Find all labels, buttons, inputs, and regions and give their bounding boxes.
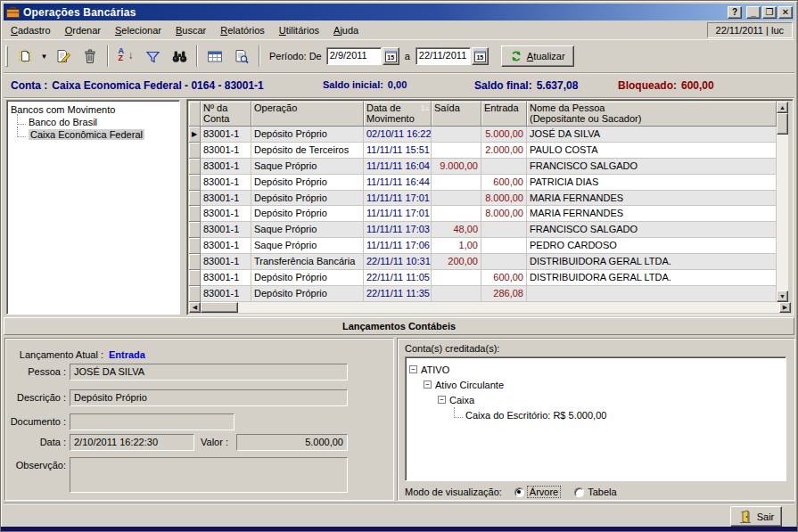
cell-operacao[interactable]: Depósito Próprio xyxy=(251,206,364,222)
cell-saida[interactable] xyxy=(432,206,481,222)
toolbar-gripper[interactable] xyxy=(5,45,8,67)
cell-nome[interactable]: JOSÉ DA SILVA xyxy=(527,127,777,143)
row-selector[interactable] xyxy=(189,270,201,286)
scroll-left-button[interactable]: ◀ xyxy=(189,302,201,313)
cell-conta[interactable]: 83001-1 xyxy=(201,127,251,143)
radio-arvore[interactable] xyxy=(514,487,524,497)
date-to-calendar-button[interactable]: 15 xyxy=(472,47,489,65)
table-row[interactable]: 83001-1Depósito Próprio22/11/11 11:05600… xyxy=(189,270,777,286)
cell-nome[interactable]: FRANCISCO SALGADO xyxy=(527,159,777,175)
cell-saida[interactable] xyxy=(432,127,481,143)
cell-operacao[interactable]: Transferência Bancária xyxy=(251,254,364,270)
cell-entrada[interactable]: 600,00 xyxy=(481,175,527,191)
cell-operacao[interactable]: Depósito Próprio xyxy=(251,286,364,302)
menu-item-relatorios[interactable]: Relatórios xyxy=(213,22,272,38)
date-from-calendar-button[interactable]: 15 xyxy=(383,47,399,65)
row-selector[interactable] xyxy=(189,143,201,159)
collapse-icon[interactable]: − xyxy=(409,365,417,373)
menu-item-ordenar[interactable]: Ordenar xyxy=(58,22,108,38)
col-header-entrada[interactable]: Entrada xyxy=(481,102,527,127)
row-selector[interactable]: ▶ xyxy=(189,127,201,143)
cell-entrada[interactable]: 286,08 xyxy=(481,286,527,302)
close-button[interactable]: ✕ xyxy=(778,6,793,19)
credit-tree-item[interactable]: −Caixa xyxy=(438,392,782,407)
table-row[interactable]: 83001-1Saque Próprio11/11/11 17:061,00PE… xyxy=(189,238,777,254)
minimize-button[interactable]: _ xyxy=(746,6,761,19)
cell-operacao[interactable]: Saque Próprio xyxy=(251,238,364,254)
cell-entrada[interactable] xyxy=(481,222,527,238)
cell-operacao[interactable]: Depósito de Terceiros xyxy=(251,143,364,159)
menu-item-utilitarios[interactable]: Utilitários xyxy=(272,22,326,38)
cell-operacao[interactable]: Depósito Próprio xyxy=(251,175,364,191)
data-field[interactable]: 2/10/2011 16:22:30 xyxy=(70,434,194,451)
scroll-right-button[interactable]: ▶ xyxy=(779,302,791,313)
observacao-field[interactable] xyxy=(70,457,348,493)
cell-entrada[interactable]: 600,00 xyxy=(481,270,527,286)
cell-data[interactable]: 22/11/11 11:35 xyxy=(364,286,432,302)
cell-nome[interactable]: DISTRIBUIDORA GERAL LTDA. xyxy=(527,254,777,270)
row-selector[interactable] xyxy=(189,254,201,270)
date-to-input[interactable]: 22/11/2011 xyxy=(415,47,471,65)
radio-tabela[interactable] xyxy=(574,487,584,497)
pessoa-field[interactable]: JOSÉ DA SILVA xyxy=(70,364,348,381)
vertical-scroll-thumb[interactable] xyxy=(777,113,788,135)
row-selector[interactable] xyxy=(189,238,201,254)
date-from-input[interactable]: 2/9/2011 xyxy=(326,47,382,65)
cell-entrada[interactable]: 5.000,00 xyxy=(481,127,527,143)
cell-entrada[interactable]: 8.000,00 xyxy=(481,206,527,222)
atualizar-button[interactable]: Atualizar xyxy=(501,45,574,67)
scroll-up-button[interactable]: ▲ xyxy=(777,102,788,113)
vertical-scroll-track[interactable] xyxy=(777,135,788,291)
cell-operacao[interactable]: Depósito Próprio xyxy=(251,127,364,143)
cell-nome[interactable]: PAULO COSTA xyxy=(527,143,777,159)
cell-conta[interactable]: 83001-1 xyxy=(201,270,251,286)
cell-conta[interactable]: 83001-1 xyxy=(201,143,251,159)
table-row[interactable]: 83001-1Transferência Bancária22/11/11 10… xyxy=(189,254,777,270)
table-row[interactable]: ▶83001-1Depósito Próprio02/10/11 16:225.… xyxy=(189,127,777,143)
row-selector[interactable] xyxy=(189,222,201,238)
horizontal-scrollbar[interactable]: ◀ ▶ xyxy=(189,302,791,313)
filter-button[interactable] xyxy=(139,45,166,68)
cell-data[interactable]: 11/11/11 15:51 xyxy=(364,143,432,159)
cell-conta[interactable]: 83001-1 xyxy=(201,286,251,302)
cell-nome[interactable]: MARIA FERNANDES xyxy=(527,191,777,207)
cell-conta[interactable]: 83001-1 xyxy=(201,191,251,207)
cell-entrada[interactable]: 8.000,00 xyxy=(481,191,527,207)
table-row[interactable]: 83001-1Saque Próprio11/11/11 17:0348,00F… xyxy=(189,222,777,238)
credit-tree-item[interactable]: −ATIVO xyxy=(409,362,782,377)
col-header-data[interactable]: Data de Movimento1▵ xyxy=(364,102,432,127)
maximize-button[interactable]: ❐ xyxy=(762,6,777,19)
cell-conta[interactable]: 83001-1 xyxy=(201,175,251,191)
cell-nome[interactable]: MARIA FERNANDES xyxy=(527,206,777,222)
delete-record-button[interactable] xyxy=(77,45,103,68)
menu-item-selecionar[interactable]: Selecionar xyxy=(108,22,169,38)
cell-data[interactable]: 11/11/11 17:01 xyxy=(364,191,432,207)
report-preview-button[interactable] xyxy=(228,45,255,68)
cell-conta[interactable]: 83001-1 xyxy=(201,222,251,238)
cell-conta[interactable]: 83001-1 xyxy=(201,159,251,175)
cell-saida[interactable]: 1,00 xyxy=(432,238,481,254)
cell-conta[interactable]: 83001-1 xyxy=(201,238,251,254)
col-header-conta[interactable]: Nº da Conta xyxy=(201,102,251,127)
cell-nome[interactable]: PATRICIA DIAS xyxy=(527,175,777,191)
cell-data[interactable]: 11/11/11 17:01 xyxy=(364,206,432,222)
menu-item-buscar[interactable]: Buscar xyxy=(169,22,213,38)
cell-saida[interactable]: 9.000,00 xyxy=(432,159,481,175)
cell-operacao[interactable]: Saque Próprio xyxy=(251,159,364,175)
table-row[interactable]: 83001-1Depósito Próprio11/11/11 17:018.0… xyxy=(189,206,777,222)
cell-entrada[interactable] xyxy=(481,254,527,270)
col-header-saida[interactable]: Saída xyxy=(432,102,481,127)
search-button[interactable] xyxy=(166,45,193,68)
row-selector[interactable] xyxy=(189,286,201,302)
horizontal-scroll-thumb[interactable] xyxy=(201,302,238,313)
descricao-field[interactable]: Depósito Próprio xyxy=(70,389,348,406)
cell-conta[interactable]: 83001-1 xyxy=(201,254,251,270)
cell-data[interactable]: 11/11/11 17:03 xyxy=(364,222,432,238)
cell-saida[interactable]: 200,00 xyxy=(432,254,481,270)
grid-view-button[interactable] xyxy=(202,45,228,68)
collapse-icon[interactable]: − xyxy=(424,381,432,389)
sair-button[interactable]: Sair xyxy=(730,506,782,527)
row-selector[interactable] xyxy=(189,175,201,191)
documento-field[interactable] xyxy=(70,413,234,430)
menu-item-cadastro[interactable]: Cadastro xyxy=(4,22,58,38)
